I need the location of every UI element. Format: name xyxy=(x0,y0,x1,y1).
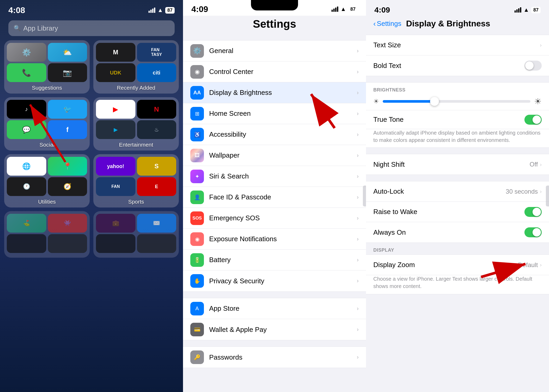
app-facebook[interactable]: f xyxy=(48,120,87,139)
signal-icon-settings xyxy=(331,7,338,12)
app-messages[interactable]: 💬 xyxy=(7,120,46,139)
settings-item-accessibility[interactable]: ♿ Accessibility › xyxy=(183,124,366,145)
folder-social[interactable]: ♪ 🐦 💬 f Social xyxy=(4,97,90,151)
settings-item-control-center[interactable]: ◉ Control Center › xyxy=(183,61,366,82)
app-youtube[interactable]: ▶ xyxy=(96,100,135,119)
display-zoom-section: Display Zoom Default › Choose a view for… xyxy=(366,255,549,294)
settings-item-general[interactable]: ⚙️ General › xyxy=(183,41,366,61)
app-among[interactable]: 👾 xyxy=(48,214,87,233)
app-prime[interactable]: ▶ xyxy=(96,120,135,139)
app-weather[interactable]: ⛅ xyxy=(48,43,87,62)
folder-grid-sports: yahoo! S FAN E xyxy=(96,157,176,196)
settings-item-wallet[interactable]: 💳 Wallet & Apple Pay › xyxy=(183,319,366,340)
display-item-bold-text[interactable]: Bold Text xyxy=(366,55,549,76)
app-citi[interactable]: citi xyxy=(137,63,176,82)
settings-item-faceid[interactable]: 👤 Face ID & Passcode › xyxy=(183,187,366,208)
chevron-appstore: › xyxy=(357,305,359,312)
app-game3[interactable] xyxy=(7,234,46,253)
folder-sports[interactable]: yahoo! S FAN E Sports xyxy=(93,154,179,207)
app-fantasy2[interactable]: FAN xyxy=(96,177,135,196)
app-chrome[interactable]: 🌐 xyxy=(7,157,46,176)
settings-item-wallpaper[interactable]: 🖼 Wallpaper › xyxy=(183,145,366,166)
settings-item-sos[interactable]: SOS Emergency SOS › xyxy=(183,208,366,229)
app-safari[interactable]: 🧭 xyxy=(48,177,87,196)
display-item-zoom[interactable]: Display Zoom Default › xyxy=(366,255,549,275)
display-item-night-shift[interactable]: Night Shift Off › xyxy=(366,154,549,175)
settings-item-privacy[interactable]: ✋ Privacy & Security › xyxy=(183,270,366,291)
settings-item-appstore[interactable]: A App Store › xyxy=(183,298,366,319)
app-steam[interactable]: ♨ xyxy=(137,120,176,139)
app-settings[interactable]: ⚙️ xyxy=(7,43,46,62)
true-tone-toggle[interactable] xyxy=(524,115,542,125)
app-findmy[interactable]: 📍 xyxy=(48,157,87,176)
app-netflix[interactable]: N xyxy=(137,100,176,119)
display-nav-header: ‹ Settings Display & Brightness xyxy=(366,15,549,31)
app-tiktok[interactable]: ♪ xyxy=(7,100,46,119)
app-game4[interactable] xyxy=(48,234,87,253)
settings-icon-sos: SOS xyxy=(190,211,204,225)
app-topgolf[interactable]: ⛳ xyxy=(7,214,46,233)
chevron-home-screen: › xyxy=(357,110,359,117)
search-placeholder: App Library xyxy=(23,24,58,32)
folder-label-recently: Recently Added xyxy=(117,85,155,91)
app-medium[interactable]: M xyxy=(96,43,135,62)
app-udk[interactable]: UDK xyxy=(96,63,135,82)
settings-icon-control-center: ◉ xyxy=(190,65,204,79)
back-button[interactable]: ‹ Settings xyxy=(373,20,401,28)
app-twitter[interactable]: 🐦 xyxy=(48,100,87,119)
display-item-text-size[interactable]: Text Size › xyxy=(366,35,549,55)
brightness-fill xyxy=(383,100,434,103)
folder-recently-added[interactable]: M FANTASY UDK citi Recently Added xyxy=(93,40,179,94)
bold-text-label: Bold Text xyxy=(373,62,524,70)
display-item-raise-to-wake[interactable]: Raise to Wake xyxy=(366,202,549,222)
settings-label-privacy: Privacy & Security xyxy=(209,277,357,285)
app-clock[interactable]: 🕐 xyxy=(7,177,46,196)
time-display: 4:09 xyxy=(374,5,390,14)
panel-home: 4:08 ▲ 87 🔍 App Library ⚙️ ⛅ xyxy=(0,0,183,392)
settings-icon-passwords: 🔑 xyxy=(190,350,204,364)
true-tone-section: True Tone Automatically adapt iPhone dis… xyxy=(366,110,549,148)
folder-productivity[interactable]: 💼 ✉️ xyxy=(93,211,179,258)
true-tone-item[interactable]: True Tone xyxy=(366,110,549,129)
time-home: 4:08 xyxy=(8,5,25,15)
app-library-search[interactable]: 🔍 App Library xyxy=(8,20,175,36)
brightness-slider[interactable] xyxy=(383,100,530,103)
chevron-general: › xyxy=(357,48,359,54)
settings-item-passwords[interactable]: 🔑 Passwords › xyxy=(183,347,366,368)
folder-grid-productivity: 💼 ✉️ xyxy=(96,214,176,253)
folder-grid-recently: M FANTASY UDK citi xyxy=(96,43,176,82)
settings-item-exposure[interactable]: ◉ Exposure Notifications › xyxy=(183,229,366,250)
settings-icon-faceid: 👤 xyxy=(190,191,204,204)
settings-item-battery[interactable]: 🔋 Battery › xyxy=(183,250,366,270)
raise-to-wake-toggle[interactable] xyxy=(524,207,542,217)
app-prod4[interactable] xyxy=(137,234,176,253)
display-item-auto-lock[interactable]: Auto-Lock 30 seconds › xyxy=(366,181,549,202)
app-prod3[interactable] xyxy=(96,234,135,253)
chevron-exposure: › xyxy=(357,236,359,243)
settings-item-display[interactable]: AA Display & Brightness › xyxy=(183,82,366,103)
settings-label-home-screen: Home Screen xyxy=(209,109,357,118)
display-section-header: DISPLAY xyxy=(366,243,549,255)
bold-text-toggle[interactable] xyxy=(524,61,542,71)
app-espn[interactable]: E xyxy=(137,177,176,196)
folder-suggestions[interactable]: ⚙️ ⛅ 📞 📷 Suggestions xyxy=(4,40,90,94)
folder-utilities[interactable]: 🌐 📍 🕐 🧭 Utilities xyxy=(4,154,90,207)
folder-entertainment[interactable]: ▶ N ▶ ♨ Entertainment xyxy=(93,97,179,151)
app-mail[interactable]: ✉️ xyxy=(137,214,176,233)
settings-item-siri[interactable]: ✦ Siri & Search › xyxy=(183,166,366,187)
app-fantasy[interactable]: FANTASY xyxy=(137,43,176,62)
app-solitaire[interactable]: S xyxy=(137,157,176,176)
app-camera[interactable]: 📷 xyxy=(48,63,87,82)
always-on-label: Always On xyxy=(373,228,524,237)
settings-icon-wallet: 💳 xyxy=(190,323,204,336)
app-slack[interactable]: 💼 xyxy=(96,214,135,233)
settings-label-siri: Siri & Search xyxy=(209,172,357,180)
always-on-toggle[interactable] xyxy=(524,227,542,237)
text-section: Text Size › Bold Text xyxy=(366,35,549,76)
display-item-always-on[interactable]: Always On xyxy=(366,222,549,243)
folder-games[interactable]: ⛳ 👾 xyxy=(4,211,90,258)
app-phone[interactable]: 📞 xyxy=(7,63,46,82)
app-yahoo[interactable]: yahoo! xyxy=(96,157,135,176)
signal-icon-display xyxy=(514,7,521,13)
settings-item-home-screen[interactable]: ⊞ Home Screen › xyxy=(183,103,366,124)
